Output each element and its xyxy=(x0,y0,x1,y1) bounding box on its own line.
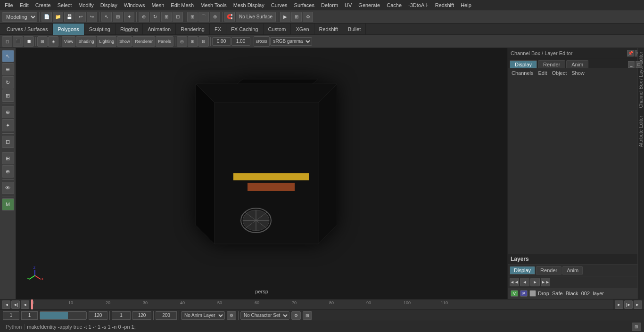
layer-prev-btn[interactable]: ◄ xyxy=(520,278,529,286)
go-start-btn[interactable]: |◄ xyxy=(2,300,10,309)
colorspace-select[interactable]: sRGB gamma xyxy=(270,37,312,46)
menu-modify[interactable]: Modify xyxy=(75,1,96,9)
shading-btn[interactable]: Shading xyxy=(76,36,96,47)
undo-btn[interactable]: ↩ xyxy=(75,12,86,22)
menu-generate[interactable]: Generate xyxy=(355,1,383,9)
menu-surfaces[interactable]: Surfaces xyxy=(291,1,317,9)
timeline-ruler[interactable]: 1 10 20 30 40 50 60 70 80 90 100 110 xyxy=(31,300,613,310)
grid-btn[interactable]: ⊞ xyxy=(37,36,48,47)
viewport[interactable]: persp X Y Z xyxy=(16,48,507,299)
menu-help[interactable]: Help xyxy=(458,1,474,9)
play-fwd-btn[interactable]: ► xyxy=(615,300,623,309)
layers-render-tab[interactable]: Render xyxy=(536,266,561,275)
anim-layer-settings-btn[interactable]: ⚙ xyxy=(227,311,236,320)
menu-edit[interactable]: Edit xyxy=(17,1,32,9)
subframes-input[interactable] xyxy=(156,311,177,320)
isolate-btn[interactable]: ◎ xyxy=(177,36,187,47)
display-tab[interactable]: Display xyxy=(510,60,537,68)
render-tab[interactable]: Render xyxy=(538,60,565,68)
view-btn[interactable]: View xyxy=(62,36,75,47)
frame2-input[interactable] xyxy=(21,311,38,320)
go-end-btn[interactable]: ►| xyxy=(634,300,642,309)
soft-select-btn[interactable]: ⊕ xyxy=(2,106,14,118)
panels-btn[interactable]: Panels xyxy=(156,36,173,47)
lasso-btn[interactable]: ⊞ xyxy=(113,12,123,22)
renderer-btn[interactable]: Renderer xyxy=(132,36,155,47)
layer-item[interactable]: V P Drop_Safe_Black_002_layer xyxy=(508,288,644,299)
script-editor-btn[interactable]: ⊞ xyxy=(632,323,641,331)
show-btn[interactable]: Show xyxy=(117,36,132,47)
paint-sel-btn[interactable]: ✦ xyxy=(124,12,134,22)
tab-rendering[interactable]: Rendering xyxy=(176,24,210,35)
menu-file[interactable]: File xyxy=(2,1,16,9)
texture-btn[interactable]: 🔲 xyxy=(24,36,34,47)
restore-panel-btn[interactable]: □ xyxy=(636,61,642,68)
menu-mesh-display[interactable]: Mesh Display xyxy=(231,1,267,9)
play-back-btn[interactable]: ◄ xyxy=(21,300,29,309)
live-surface-label-btn[interactable]: No Live Surface xyxy=(236,12,276,22)
step-fwd-btn[interactable]: |► xyxy=(624,300,633,309)
object-menu-item[interactable]: Object xyxy=(550,70,569,76)
move-btn[interactable]: ⊕ xyxy=(139,12,149,22)
snap2-btn[interactable]: ⊕ xyxy=(2,165,14,178)
layers-anim-tab[interactable]: Anim xyxy=(562,266,583,275)
snap-point-btn[interactable]: ⊕ xyxy=(210,12,220,22)
tab-fx[interactable]: FX xyxy=(210,24,226,35)
display-btn[interactable]: ◈ xyxy=(48,36,58,47)
camera-ty-input[interactable] xyxy=(231,37,250,46)
tab-sculpting[interactable]: Sculpting xyxy=(84,24,116,35)
edit-menu-item[interactable]: Edit xyxy=(536,70,549,76)
tab-xgen[interactable]: XGen xyxy=(291,24,314,35)
select-tool-btn[interactable]: ↖ xyxy=(101,12,112,22)
resolution-btn[interactable]: ⊞ xyxy=(188,36,198,47)
playback-end-input[interactable] xyxy=(132,311,151,320)
wireframe-btn[interactable]: ◻ xyxy=(2,36,12,47)
anim-tab[interactable]: Anim xyxy=(566,60,588,68)
marquee-btn[interactable]: ⊡ xyxy=(2,136,14,148)
tab-custom[interactable]: Custom xyxy=(264,24,291,35)
menu-uv[interactable]: UV xyxy=(342,1,355,9)
menu-create[interactable]: Create xyxy=(33,1,54,9)
aa-btn[interactable]: ⊟ xyxy=(198,36,209,47)
layer-next-next-btn[interactable]: ►► xyxy=(541,278,550,286)
tab-redshift[interactable]: Redshift xyxy=(314,24,343,35)
rotate-btn[interactable]: ↻ xyxy=(150,12,160,22)
menu-redshift[interactable]: Redshift xyxy=(432,1,457,9)
menu-mesh-tools[interactable]: Mesh Tools xyxy=(198,1,229,9)
open-file-btn[interactable]: 📁 xyxy=(53,12,63,22)
solid-btn[interactable]: ⬛ xyxy=(13,36,23,47)
show-hide-btn[interactable]: 👁 xyxy=(2,182,14,194)
menu-mesh[interactable]: Mesh xyxy=(149,1,167,9)
channel-box-sidebar-label[interactable]: Channel Box / Layer Editor xyxy=(638,48,644,112)
channels-menu-item[interactable]: Channels xyxy=(510,70,535,76)
ipr-btn[interactable]: ⊞ xyxy=(291,12,302,22)
timeline-slider[interactable] xyxy=(40,311,87,320)
redo-btn[interactable]: ↪ xyxy=(87,12,97,22)
menu-deform[interactable]: Deform xyxy=(318,1,341,9)
attribute-editor-sidebar-label[interactable]: Attribute Editor xyxy=(638,112,644,151)
snap-curve-btn[interactable]: ⌒ xyxy=(198,12,209,22)
tab-curves-surfaces[interactable]: Curves / Surfaces xyxy=(2,24,53,35)
menu-select[interactable]: Select xyxy=(55,1,75,9)
tab-animation[interactable]: Animation xyxy=(143,24,176,35)
paint-btn[interactable]: ✦ xyxy=(2,119,14,131)
menu-windows[interactable]: Windows xyxy=(121,1,148,9)
tab-rigging[interactable]: Rigging xyxy=(116,24,143,35)
lighting-btn[interactable]: Lighting xyxy=(97,36,116,47)
universal-btn[interactable]: ⊡ xyxy=(173,12,183,22)
layers-display-tab[interactable]: Display xyxy=(510,266,535,275)
new-file-btn[interactable]: 📄 xyxy=(41,12,52,22)
rotate-mode-btn[interactable]: ↻ xyxy=(2,76,14,89)
scale-btn[interactable]: ⊞ xyxy=(161,12,172,22)
workspace-selector[interactable]: Modeling xyxy=(2,12,37,22)
menu-curves[interactable]: Curves xyxy=(268,1,290,9)
tab-fx-caching[interactable]: FX Caching xyxy=(226,24,263,35)
layer-playback-btn[interactable]: P xyxy=(520,290,528,297)
menu-edit-mesh[interactable]: Edit Mesh xyxy=(168,1,197,9)
layer-prev-prev-btn[interactable]: ◄◄ xyxy=(510,278,519,286)
no-anim-layer-select[interactable]: No Anim Layer xyxy=(181,311,225,320)
snap-grid-btn[interactable]: ⊞ xyxy=(187,12,198,22)
select-mode-btn[interactable]: ↖ xyxy=(2,50,14,62)
playback-start-input[interactable] xyxy=(112,311,131,320)
panel-pin-btn[interactable]: 📌 xyxy=(627,50,634,57)
